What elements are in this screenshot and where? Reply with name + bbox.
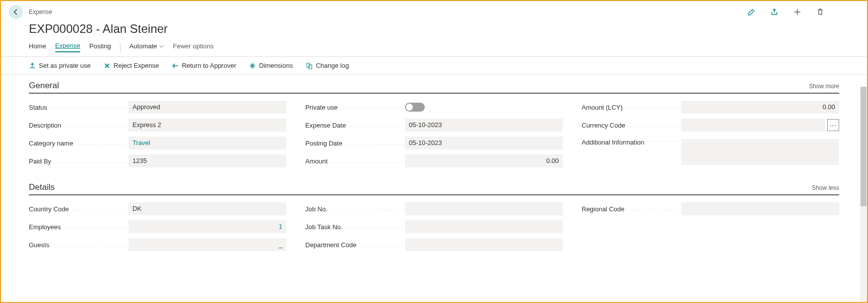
action-reject-label: Reject Expense: [114, 62, 159, 69]
show-less-details[interactable]: Show less: [812, 184, 839, 191]
field-jobtask[interactable]: [405, 220, 563, 233]
x-icon: [104, 62, 111, 69]
field-postingdate[interactable]: 05-10-2023: [405, 137, 563, 150]
label-guests: Guests: [29, 241, 51, 249]
field-category[interactable]: Travel: [128, 137, 286, 150]
field-paidby[interactable]: 1235: [128, 154, 286, 167]
share-icon: [770, 8, 778, 16]
label-deptcode: Department Code: [305, 241, 359, 249]
show-more-general[interactable]: Show more: [809, 83, 839, 90]
label-amount: Amount: [305, 157, 330, 165]
scrollbar-thumb[interactable]: [861, 87, 867, 206]
changelog-icon: [306, 62, 313, 69]
tab-automate-label: Automate: [129, 42, 157, 50]
scrollbar-track[interactable]: [860, 87, 867, 302]
toggle-private-use[interactable]: [405, 103, 425, 112]
tab-expense[interactable]: Expense: [55, 42, 81, 52]
tab-automate[interactable]: Automate: [129, 42, 164, 52]
field-expensedate[interactable]: 05-10-2023: [405, 119, 563, 132]
label-description: Description: [29, 122, 63, 129]
section-header-details: Details Show less: [29, 182, 839, 195]
toggle-thumb: [406, 104, 413, 111]
label-regional: Regional Code: [582, 205, 626, 213]
page-title: EXP000028 - Alan Steiner: [1, 19, 867, 42]
field-amount[interactable]: 0.00: [405, 154, 563, 167]
chevron-down-icon: [159, 44, 164, 49]
action-changelog-label: Change log: [316, 62, 349, 69]
label-status: Status: [29, 104, 49, 111]
field-status[interactable]: Approved: [128, 101, 286, 114]
section-header-general: General Show more: [29, 81, 839, 94]
svg-rect-0: [307, 63, 310, 67]
action-return[interactable]: Return to Approver: [172, 62, 236, 69]
pencil-icon: [747, 8, 755, 16]
field-guests[interactable]: _: [128, 238, 286, 251]
arrow-left-icon: [12, 8, 19, 15]
label-currency: Currency Code: [582, 122, 627, 129]
label-addinfo: Additional Information: [582, 139, 646, 146]
label-paidby: Paid By: [29, 157, 53, 165]
action-dimensions[interactable]: Dimensions: [249, 62, 293, 69]
action-changelog[interactable]: Change log: [306, 62, 349, 69]
label-amountlcy: Amount (LCY): [582, 104, 624, 111]
delete-button[interactable]: [816, 8, 824, 16]
section-title-general: General: [29, 81, 59, 91]
upload-icon: [29, 62, 36, 69]
section-title-details: Details: [29, 182, 55, 192]
plus-icon: [793, 8, 801, 16]
label-jobno: Job No.: [305, 205, 330, 213]
field-description[interactable]: Express 2: [128, 119, 286, 132]
trash-icon: [816, 8, 824, 16]
label-privateuse: Private use: [305, 104, 340, 111]
field-deptcode[interactable]: [405, 238, 563, 251]
label-country: Country Code: [29, 205, 71, 213]
label-category: Category name: [29, 140, 75, 147]
fewer-options-button[interactable]: Fewer options: [173, 42, 214, 52]
label-expensedate: Expense Date: [305, 122, 348, 129]
return-icon: [172, 62, 179, 69]
action-return-label: Return to Approver: [182, 62, 236, 69]
currency-lookup-button[interactable]: ···: [827, 119, 839, 131]
action-set-private[interactable]: Set as private use: [29, 62, 91, 69]
svg-rect-1: [309, 65, 312, 69]
breadcrumb: Expense: [29, 8, 52, 15]
tab-home[interactable]: Home: [29, 42, 46, 52]
action-set-private-label: Set as private use: [39, 62, 91, 69]
action-reject[interactable]: Reject Expense: [104, 62, 159, 69]
field-country[interactable]: DK: [128, 202, 286, 215]
share-button[interactable]: [770, 8, 778, 16]
field-jobno[interactable]: [405, 202, 563, 215]
edit-button[interactable]: [747, 8, 755, 16]
dimensions-icon: [249, 62, 256, 69]
field-currency[interactable]: [681, 119, 825, 132]
field-employees[interactable]: 1: [128, 220, 286, 233]
field-regional[interactable]: [681, 202, 839, 215]
nav-separator: [120, 43, 121, 52]
label-jobtask: Job Task No.: [305, 223, 345, 231]
back-button[interactable]: [9, 5, 23, 19]
field-amountlcy[interactable]: 0.00: [681, 101, 839, 114]
action-dimensions-label: Dimensions: [259, 62, 293, 69]
new-button[interactable]: [793, 8, 801, 16]
label-employees: Employees: [29, 223, 63, 231]
label-postingdate: Posting Date: [305, 140, 344, 147]
tab-posting[interactable]: Posting: [89, 42, 111, 52]
field-addinfo[interactable]: [681, 139, 839, 165]
